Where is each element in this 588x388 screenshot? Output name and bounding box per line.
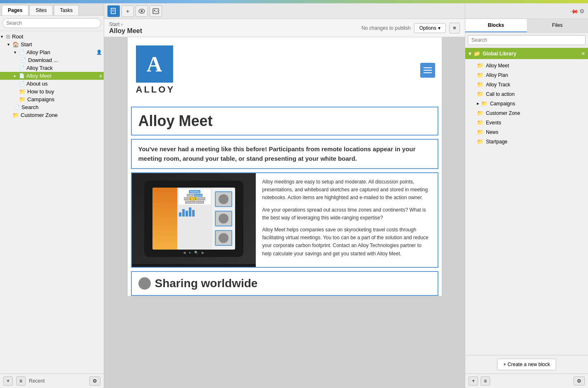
hamburger-line-2 bbox=[424, 70, 432, 71]
folder-icon-call-to-action: 📁 bbox=[477, 91, 483, 97]
tree-label-alloy-plan: Alloy Plan bbox=[26, 49, 50, 55]
tab-blocks[interactable]: Blocks bbox=[465, 19, 527, 32]
expand-alloy-plan: ▾ bbox=[14, 50, 19, 55]
library-expand-icon: ▾ bbox=[469, 51, 471, 57]
tablet-image: Marketing Global Keywords Blog bbox=[132, 173, 256, 264]
lib-item-customer-zone[interactable]: 📁 Customer Zone bbox=[465, 108, 588, 118]
subtitle-text: You've never had a meeting like this bef… bbox=[138, 145, 431, 163]
content-block[interactable]: Marketing Global Keywords Blog bbox=[131, 172, 438, 268]
hamburger-line-3 bbox=[424, 72, 432, 73]
add-page-button[interactable]: + bbox=[3, 376, 13, 386]
content-area[interactable]: A ALLOY Alloy Meet You've n bbox=[104, 37, 465, 388]
preview-button[interactable] bbox=[136, 5, 148, 17]
lib-item-call-to-action[interactable]: 📁 Call to action bbox=[465, 89, 588, 99]
sharing-avatar bbox=[138, 277, 151, 290]
lib-label-news: News bbox=[486, 129, 498, 135]
sharing-block[interactable]: Sharing worldwide bbox=[131, 271, 438, 296]
media-button[interactable] bbox=[150, 5, 162, 17]
lib-item-alloy-meet[interactable]: 📁 Alloy Meet bbox=[465, 61, 588, 70]
expand-campaigns-icon: ▸ bbox=[477, 101, 479, 106]
list-view-button[interactable]: ≡ bbox=[449, 23, 460, 33]
menu-button[interactable]: ≡ bbox=[16, 376, 26, 386]
tree-item-search[interactable]: 📄 Search bbox=[0, 103, 104, 111]
right-panel-footer: + Create a new block bbox=[465, 355, 588, 374]
tree-item-download[interactable]: 📄 Download ... bbox=[0, 56, 104, 64]
breadcrumb[interactable]: Start › bbox=[109, 21, 142, 27]
right-menu-button[interactable]: ≡ bbox=[481, 376, 490, 386]
library-header[interactable]: ▾ 📁 Global Library ≡ bbox=[465, 48, 588, 59]
main-title: Alloy Meet bbox=[138, 112, 431, 130]
content-image: Marketing Global Keywords Blog bbox=[132, 173, 256, 267]
tree-item-alloy-track[interactable]: 📄 Alloy Track bbox=[0, 64, 104, 72]
subtitle-block[interactable]: You've never had a meeting like this bef… bbox=[131, 139, 438, 169]
body-para-1: Alloy meetings are easy to setup and mod… bbox=[262, 178, 431, 202]
page-icon-alloy-track: 📄 bbox=[19, 65, 25, 71]
folder-icon-alloy-track: 📁 bbox=[477, 81, 483, 88]
page-icon-alloy-meet: 📄 bbox=[19, 73, 25, 79]
lib-label-alloy-meet: Alloy Meet bbox=[486, 63, 509, 69]
tab-files[interactable]: Files bbox=[527, 19, 588, 32]
left-panel-footer: + ≡ Recent ⚙ bbox=[0, 374, 104, 388]
tab-sites[interactable]: Sites bbox=[29, 5, 53, 15]
tree-item-about[interactable]: 📄 About us bbox=[0, 80, 104, 88]
lib-item-alloy-track[interactable]: 📁 Alloy Track bbox=[465, 80, 588, 89]
page-icon-search: 📄 bbox=[14, 105, 20, 110]
tree-item-how-to-buy[interactable]: 📁 How to buy bbox=[0, 88, 104, 95]
tree-label-search: Search bbox=[21, 104, 38, 110]
recent-label: Recent bbox=[29, 378, 45, 384]
folder-icon-customer-zone: 📁 bbox=[12, 112, 19, 118]
logo-text: ALLOY bbox=[136, 84, 175, 95]
svg-point-4 bbox=[141, 10, 143, 12]
page-type-button[interactable] bbox=[107, 5, 120, 17]
tree-item-alloy-meet[interactable]: ▸ 📄 Alloy Meet ≡ bbox=[0, 72, 104, 80]
tree-item-campaigns[interactable]: 📁 Campaigns bbox=[0, 95, 104, 103]
right-footer-bottom: + ≡ ⚙ bbox=[465, 374, 588, 388]
page-icon-alloy-plan: 📄 bbox=[19, 50, 25, 55]
alloy-logo: A ALLOY bbox=[136, 45, 433, 95]
tree-item-start[interactable]: ▾ 🏠 Start bbox=[0, 40, 104, 48]
folder-icon-alloy-meet: 📁 bbox=[477, 62, 483, 69]
body-para-2: Are your operations spread out across ti… bbox=[262, 206, 431, 222]
tab-pages[interactable]: Pages bbox=[2, 5, 29, 15]
tab-tasks[interactable]: Tasks bbox=[54, 5, 79, 15]
lib-item-news[interactable]: 📁 News bbox=[465, 127, 588, 137]
tree-item-root[interactable]: ▾ ⊞ Root bbox=[0, 33, 104, 40]
body-para-3: Alloy Meet helps companies save on skyro… bbox=[262, 226, 431, 258]
library-menu-icon[interactable]: ≡ bbox=[581, 50, 585, 57]
left-search-input[interactable] bbox=[2, 18, 101, 28]
lib-item-campaigns[interactable]: ▸ 📁 Campaigns bbox=[465, 99, 588, 108]
center-toolbar: + bbox=[104, 3, 465, 19]
add-button[interactable]: + bbox=[121, 5, 134, 17]
hamburger-button[interactable] bbox=[420, 63, 435, 78]
right-add-button[interactable]: + bbox=[469, 376, 478, 386]
expand-start: ▾ bbox=[7, 42, 12, 47]
page-content: A ALLOY Alloy Meet You've n bbox=[128, 37, 442, 296]
logo-section: A ALLOY bbox=[128, 37, 442, 103]
left-search-container bbox=[0, 16, 104, 31]
title-block[interactable]: Alloy Meet bbox=[131, 107, 438, 136]
lib-label-startpage: Startpage bbox=[486, 139, 507, 145]
settings-button[interactable]: ⚙ bbox=[89, 376, 100, 386]
options-button[interactable]: Options ▾ bbox=[414, 23, 446, 33]
right-panel: 📌 ⚙ Blocks Files ▾ 📁 Global Library ≡ 📁 … bbox=[465, 3, 588, 388]
right-settings-button[interactable]: ⚙ bbox=[574, 376, 585, 386]
tree-item-customer-zone[interactable]: 📁 Customer Zone bbox=[0, 111, 104, 119]
lib-item-alloy-plan[interactable]: 📁 Alloy Plan bbox=[465, 70, 588, 80]
tree-label-alloy-meet: Alloy Meet bbox=[26, 73, 52, 79]
tree-item-alloy-plan[interactable]: ▾ 📄 Alloy Plan 👤 bbox=[0, 48, 104, 56]
lib-label-alloy-plan: Alloy Plan bbox=[486, 72, 508, 78]
pin-icon[interactable]: 📌 bbox=[569, 6, 579, 16]
library-title: Global Library bbox=[483, 51, 516, 57]
right-toolbar: 📌 ⚙ bbox=[465, 3, 588, 19]
folder-icon-news: 📁 bbox=[477, 129, 483, 135]
center-header-right: No changes to publish Options ▾ ≡ bbox=[362, 23, 460, 33]
lib-item-startpage[interactable]: 📁 Startpage bbox=[465, 137, 588, 146]
settings-icon[interactable]: ⚙ bbox=[579, 8, 585, 14]
lib-item-events[interactable]: 📁 Events bbox=[465, 118, 588, 127]
create-block-button[interactable]: + Create a new block bbox=[497, 359, 556, 370]
tree-label-start: Start bbox=[21, 41, 32, 48]
menu-icon-alloy-meet[interactable]: ≡ bbox=[99, 73, 102, 79]
lib-label-campaigns: Campaigns bbox=[490, 101, 515, 107]
folder-icon-events: 📁 bbox=[477, 119, 483, 126]
right-search-input[interactable] bbox=[468, 35, 586, 45]
